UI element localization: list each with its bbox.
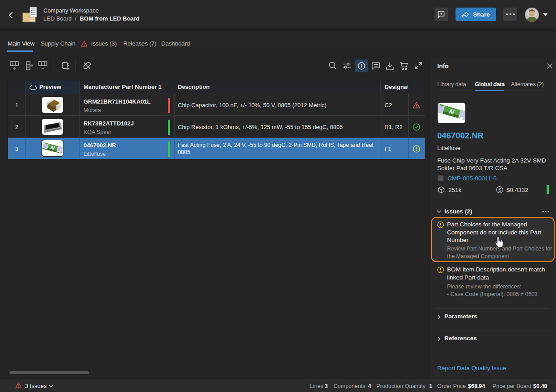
svg-text:$: $ bbox=[498, 188, 501, 192]
